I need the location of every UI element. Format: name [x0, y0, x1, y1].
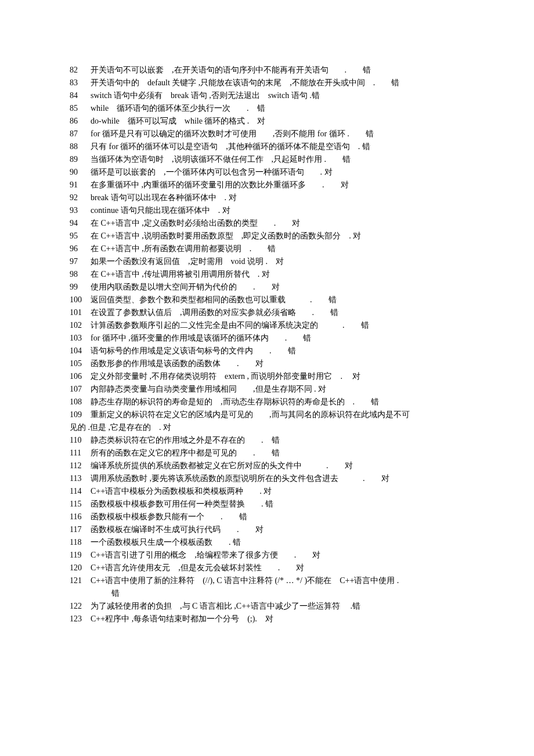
question-number: 83 — [70, 77, 91, 89]
question-line: 89当循环体为空语句时 ,说明该循环不做任何工作 ,只起延时作用 . 错 — [70, 153, 464, 166]
question-text: 在 C++语言中 ,所有函数在调用前都要说明 . 错 — [91, 243, 464, 255]
question-number: 112 — [70, 460, 91, 472]
question-number: 97 — [70, 255, 91, 268]
question-number: 108 — [70, 396, 91, 408]
question-text: 为了减轻使用者的负担 ,与 C 语言相比 ,C++语言中减少了一些运算符 .错 — [91, 600, 464, 613]
question-line: 94在 C++语言中 ,定义函数时必须给出函数的类型 . 对 — [70, 217, 464, 230]
question-line: 115函数模板中模板参数可用任何一种类型替换 . 错 — [70, 498, 464, 511]
question-line: 119C++语言引进了引用的概念 ,给编程带来了很多方便 . 对 — [70, 549, 464, 562]
question-text: switch 语句中必须有 break 语句 ,否则无法退出 switch 语句… — [91, 89, 464, 102]
question-number: 107 — [70, 383, 91, 396]
question-text: 编译系统所提供的系统函数都被定义在它所对应的头文件中 . 对 — [91, 460, 464, 472]
question-text: 函数形参的作用域是该函数的函数体 . 对 — [91, 357, 464, 370]
question-text: 静态生存期的标识符的寿命是短的 ,而动态生存期标识符的寿命是长的 . 错 — [91, 396, 464, 408]
question-number: 85 — [70, 102, 91, 115]
question-line: 97如果一个函数没有返回值 ,定时需用 void 说明 . 对 — [70, 255, 464, 268]
question-number: 86 — [70, 115, 91, 128]
question-text: 开关语句中的 default 关键字 ,只能放在该语句的末尾 ,不能放在开头或中… — [91, 77, 464, 89]
question-line: 107内部静态类变量与自动类变量作用域相同 ,但是生存期不同 . 对 — [70, 383, 464, 396]
question-text: 函数模板中模板参数可用任何一种类型替换 . 错 — [91, 498, 464, 511]
question-line: 83开关语句中的 default 关键字 ,只能放在该语句的末尾 ,不能放在开头… — [70, 77, 464, 89]
question-text: 在 C++语言中 ,说明函数时要用函数原型 ,即定义函数时的函数头部分 . 对 — [91, 230, 464, 243]
question-number: 110 — [70, 434, 91, 447]
question-line: 110静态类标识符在它的作用域之外是不存在的 . 错 — [70, 434, 464, 447]
question-line: 102计算函数参数顺序引起的二义性完全是由不同的编译系统决定的 . 错 — [70, 319, 464, 332]
question-line: 121C++语言中使用了新的注释符 (//), C 语言中注释符 (/* … *… — [70, 574, 464, 587]
question-text: 开关语句不可以嵌套 ,在开关语句的语句序列中不能再有开关语句 . 错 — [91, 64, 464, 77]
question-line: 98在 C++语言中 ,传址调用将被引用调用所替代 . 对 — [70, 268, 464, 281]
question-text: 只有 for 循环的循环体可以是空语句 ,其他种循环的循环体不能是空语句 . 错 — [91, 140, 464, 153]
question-number: 101 — [70, 306, 91, 319]
question-number: 117 — [70, 523, 91, 536]
question-text: for 循环中 ,循环变量的作用域是该循环的循环体内 . 错 — [91, 332, 464, 345]
question-line: 85while 循环语句的循环体至少执行一次 . 错 — [70, 102, 464, 115]
question-text: 在设置了参数默认值后 ,调用函数的对应实参就必须省略 . 错 — [91, 306, 464, 319]
question-number: 88 — [70, 140, 91, 153]
question-line: 111所有的函数在定义它的程序中都是可见的 . 错 — [70, 447, 464, 460]
question-number: 92 — [70, 191, 91, 204]
question-text: 计算函数参数顺序引起的二义性完全是由不同的编译系统决定的 . 错 — [91, 319, 464, 332]
question-line: 105函数形参的作用域是该函数的函数体 . 对 — [70, 357, 464, 370]
question-text: 定义外部变量时 ,不用存储类说明符 extern , 而说明外部变量时用它 . … — [91, 370, 464, 383]
question-text: C++语言中模板分为函数模板和类模板两种 . 对 — [91, 485, 464, 498]
question-line: 90循环是可以嵌套的 ,一个循环体内可以包含另一种循环语句 . 对 — [70, 166, 464, 179]
question-line: 104语句标号的作用域是定义该语句标号的文件内 . 错 — [70, 345, 464, 357]
question-number: 99 — [70, 281, 91, 294]
question-text: C++程序中 ,每条语句结束时都加一个分号 (;). 对 — [91, 613, 464, 625]
question-text: 重新定义的标识符在定义它的区域内是可见的 ,而与其同名的原标识符在此域内是不可 — [91, 408, 464, 421]
question-text: 函数模板中模板参数只能有一个 . 错 — [91, 511, 464, 523]
question-number: 84 — [70, 89, 91, 102]
question-text: 在 C++语言中 ,定义函数时必须给出函数的类型 . 对 — [91, 217, 464, 230]
question-number: 103 — [70, 332, 91, 345]
question-line: 88只有 for 循环的循环体可以是空语句 ,其他种循环的循环体不能是空语句 .… — [70, 140, 464, 153]
question-text: 语句标号的作用域是定义该语句标号的文件内 . 错 — [91, 345, 464, 357]
question-number: 122 — [70, 600, 91, 613]
question-number: 115 — [70, 498, 91, 511]
question-text: 函数模板在编译时不生成可执行代码 . 对 — [91, 523, 464, 536]
question-text: C++语言允许使用友元 ,但是友元会破坏封装性 . 对 — [91, 562, 464, 574]
question-number: 96 — [70, 243, 91, 255]
question-line: 99使用内联函数是以增大空间开销为代价的 . 对 — [70, 281, 464, 294]
question-line: 96在 C++语言中 ,所有函数在调用前都要说明 . 错 — [70, 243, 464, 255]
question-text: 所有的函数在定义它的程序中都是可见的 . 错 — [91, 447, 464, 460]
question-line: 109重新定义的标识符在定义它的区域内是可见的 ,而与其同名的原标识符在此域内是… — [70, 408, 464, 421]
question-line: 92break 语句可以出现在各种循环体中 . 对 — [70, 191, 464, 204]
question-line: 87for 循环是只有可以确定的循环次数时才可使用 ,否则不能用 for 循环 … — [70, 128, 464, 140]
question-line: 117函数模板在编译时不生成可执行代码 . 对 — [70, 523, 464, 536]
question-text: 见的 .但是 ,它是存在的 . 对 — [70, 421, 464, 434]
question-number: 100 — [70, 294, 91, 306]
question-number: 90 — [70, 166, 91, 179]
question-line: 118一个函数模板只生成一个模板函数 . 错 — [70, 536, 464, 549]
question-text: 返回值类型、参数个数和类型都相同的函数也可以重载 . 错 — [91, 294, 464, 306]
question-line: 103for 循环中 ,循环变量的作用域是该循环的循环体内 . 错 — [70, 332, 464, 345]
question-line: 123C++程序中 ,每条语句结束时都加一个分号 (;). 对 — [70, 613, 464, 625]
question-line: 114C++语言中模板分为函数模板和类模板两种 . 对 — [70, 485, 464, 498]
question-line: 82开关语句不可以嵌套 ,在开关语句的语句序列中不能再有开关语句 . 错 — [70, 64, 464, 77]
question-text: break 语句可以出现在各种循环体中 . 对 — [91, 191, 464, 204]
question-line: 108静态生存期的标识符的寿命是短的 ,而动态生存期标识符的寿命是长的 . 错 — [70, 396, 464, 408]
question-number: 114 — [70, 485, 91, 498]
question-text: 一个函数模板只生成一个模板函数 . 错 — [91, 536, 464, 549]
question-number: 93 — [70, 204, 91, 217]
question-text: do-while 循环可以写成 while 循环的格式 . 对 — [91, 115, 464, 128]
question-text: while 循环语句的循环体至少执行一次 . 错 — [91, 102, 464, 115]
question-number: 91 — [70, 179, 91, 191]
question-line: 112编译系统所提供的系统函数都被定义在它所对应的头文件中 . 对 — [70, 460, 464, 472]
question-text: C++语言引进了引用的概念 ,给编程带来了很多方便 . 对 — [91, 549, 464, 562]
question-number: 87 — [70, 128, 91, 140]
question-number: 105 — [70, 357, 91, 370]
question-number: 119 — [70, 549, 91, 562]
question-list: 82开关语句不可以嵌套 ,在开关语句的语句序列中不能再有开关语句 . 错83开关… — [70, 64, 464, 625]
question-number: 82 — [70, 64, 91, 77]
question-number: 102 — [70, 319, 91, 332]
question-text: 在多重循环中 ,内重循环的循环变量引用的次数比外重循环多 . 对 — [91, 179, 464, 191]
question-text: 静态类标识符在它的作用域之外是不存在的 . 错 — [91, 434, 464, 447]
question-number: 98 — [70, 268, 91, 281]
question-line: 91在多重循环中 ,内重循环的循环变量引用的次数比外重循环多 . 对 — [70, 179, 464, 191]
question-line: 93continue 语句只能出现在循环体中 . 对 — [70, 204, 464, 217]
question-number: 113 — [70, 472, 91, 485]
question-number: 106 — [70, 370, 91, 383]
question-line: 84switch 语句中必须有 break 语句 ,否则无法退出 switch … — [70, 89, 464, 102]
document-page: 82开关语句不可以嵌套 ,在开关语句的语句序列中不能再有开关语句 . 错83开关… — [0, 0, 534, 672]
question-text: 调用系统函数时 ,要先将该系统函数的原型说明所在的头文件包含进去 . 对 — [91, 472, 464, 485]
